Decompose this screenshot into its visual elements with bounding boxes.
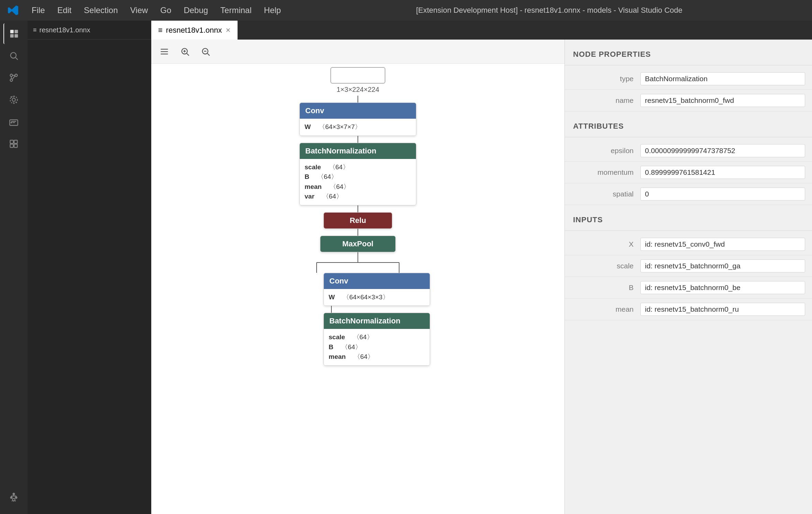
input-node — [330, 67, 385, 84]
zoom-in-button[interactable] — [177, 44, 193, 59]
zoom-out-button[interactable] — [198, 44, 213, 59]
prop-type-label: type — [565, 75, 640, 83]
activity-debug[interactable] — [3, 89, 24, 110]
prop-input-b-value: id: resnetv15_batchnorm0_be — [640, 281, 805, 294]
prop-name-value: resnetv15_batchnorm0_fwd — [640, 94, 805, 107]
node-maxpool1-header: MaxPool — [320, 236, 395, 252]
content-split: 1×3×224×224 Conv W 〈64×3×7×7〉 — [151, 40, 812, 514]
svg-rect-3 — [14, 34, 18, 38]
menu-terminal[interactable]: Terminal — [218, 4, 254, 17]
prop-spatial-label: spatial — [565, 190, 640, 198]
prop-momentum-value: 0.8999999761581421 — [640, 166, 805, 179]
prop-row-type: type BatchNormalization — [565, 68, 812, 90]
node-batchnorm2[interactable]: BatchNormalization scale 〈64〉 B 〈64〉 mea… — [323, 313, 430, 366]
inputs-title: INPUTS — [565, 212, 812, 228]
title-bar: File Edit Selection View Go Debug Termin… — [0, 0, 812, 21]
menu-edit[interactable]: Edit — [55, 4, 74, 17]
menu-file[interactable]: File — [29, 4, 48, 17]
graph-area[interactable]: 1×3×224×224 Conv W 〈64×3×7×7〉 — [151, 40, 564, 514]
svg-line-5 — [15, 57, 18, 60]
toolbar — [151, 40, 564, 64]
prop-row-epsilon: epsilon 0.000009999999747378752 — [565, 140, 812, 162]
svg-rect-25 — [14, 144, 17, 147]
activity-bar — [0, 21, 28, 514]
prop-input-x-label: X — [565, 240, 640, 248]
connector-line-2 — [358, 136, 358, 143]
node-properties-title: NODE PROPERTIES — [565, 46, 812, 62]
activity-search[interactable] — [3, 45, 24, 66]
svg-point-4 — [11, 53, 16, 58]
sidebar-tab-icon: ≡ — [33, 26, 37, 34]
activity-extensions[interactable] — [3, 133, 24, 154]
prop-type-value: BatchNormalization — [640, 72, 805, 85]
prop-input-x-value: id: resnetv15_conv0_fwd — [640, 238, 805, 251]
activity-explorer[interactable] — [3, 23, 24, 44]
prop-row-input-x: X id: resnetv15_conv0_fwd — [565, 234, 812, 255]
prop-spatial-value: 0 — [640, 188, 805, 201]
svg-line-11 — [13, 76, 15, 79]
prop-row-input-scale: scale id: resnetv15_batchnorm0_ga — [565, 255, 812, 277]
prop-row-spatial: spatial 0 — [565, 183, 812, 205]
svg-point-6 — [10, 74, 13, 77]
window-title: [Extension Development Host] - resnet18v… — [292, 6, 806, 15]
node-conv2-header: Conv — [324, 273, 430, 289]
main-layout: ≡ resnet18v1.onnx ≡ resnet18v1.onnx ✕ — [0, 21, 812, 514]
tab-label: resnet18v1.onnx — [166, 26, 222, 35]
svg-rect-1 — [14, 30, 18, 33]
sidebar-content[interactable] — [28, 40, 151, 514]
connector-line-5 — [331, 306, 332, 313]
split-connector — [272, 252, 444, 273]
svg-point-20 — [11, 122, 12, 123]
connector-line-1 — [358, 96, 358, 103]
svg-point-26 — [13, 493, 15, 495]
prop-row-input-mean: mean id: resnetv15_batchnorm0_ru — [565, 299, 812, 320]
prop-momentum-label: momentum — [565, 168, 640, 176]
svg-point-12 — [12, 98, 15, 101]
prop-name-label: name — [565, 96, 640, 105]
list-view-button[interactable] — [157, 44, 172, 59]
node-maxpool1[interactable]: MaxPool — [320, 236, 396, 252]
prop-epsilon-value: 0.000009999999747378752 — [640, 144, 805, 157]
svg-point-28 — [11, 497, 12, 499]
node-conv2[interactable]: Conv W 〈64×64×3×3〉 — [323, 273, 430, 306]
prop-row-name: name resnetv15_batchnorm0_fwd — [565, 90, 812, 111]
menu-go[interactable]: Go — [157, 4, 174, 17]
node-batchnorm1[interactable]: BatchNormalization scale 〈64〉 B 〈64〉 mea… — [299, 143, 416, 205]
svg-rect-0 — [10, 30, 14, 33]
menu-help[interactable]: Help — [261, 4, 284, 17]
editor-tab-active[interactable]: ≡ resnet18v1.onnx ✕ — [151, 21, 238, 40]
svg-line-45 — [207, 53, 209, 55]
tab-bar: ≡ resnet18v1.onnx ✕ — [151, 21, 812, 40]
prop-row-input-b: B id: resnetv15_batchnorm0_be — [565, 277, 812, 299]
connector-line-4 — [358, 229, 358, 236]
spacer-2 — [565, 205, 812, 212]
vscode-logo — [6, 3, 21, 18]
activity-scm[interactable] — [3, 67, 24, 88]
activity-tree[interactable] — [3, 486, 24, 507]
menu-view[interactable]: View — [128, 4, 151, 17]
menu-bar: File Edit Selection View Go Debug Termin… — [29, 4, 284, 17]
prop-input-scale-label: scale — [565, 262, 640, 270]
svg-rect-2 — [10, 34, 14, 38]
svg-rect-22 — [10, 140, 13, 143]
dim-label: 1×3×224×224 — [337, 84, 379, 96]
connector-conv2-bn2 — [272, 306, 444, 313]
divider-3 — [565, 231, 812, 231]
svg-rect-24 — [10, 144, 13, 147]
activity-remote[interactable] — [3, 111, 24, 132]
node-conv1[interactable]: Conv W 〈64×3×7×7〉 — [299, 103, 416, 136]
node-relu1[interactable]: Relu — [323, 212, 392, 229]
node-relu1-header: Relu — [324, 213, 392, 228]
menu-selection[interactable]: Selection — [81, 4, 121, 17]
divider-1 — [565, 65, 812, 65]
tab-close-button[interactable]: ✕ — [226, 26, 231, 34]
svg-line-34 — [12, 501, 12, 501]
graph-canvas: 1×3×224×224 Conv W 〈64×3×7×7〉 — [151, 64, 564, 366]
sidebar-tab-label: resnet18v1.onnx — [40, 26, 90, 34]
node-batchnorm2-header: BatchNormalization — [324, 313, 430, 329]
node-batchnorm1-header: BatchNormalization — [300, 143, 416, 159]
menu-debug[interactable]: Debug — [181, 4, 211, 17]
properties-panel: NODE PROPERTIES type BatchNormalization … — [564, 40, 812, 514]
node-batchnorm1-body: scale 〈64〉 B 〈64〉 mean 〈64〉 var 〈64〉 — [300, 159, 416, 205]
svg-line-41 — [187, 53, 189, 55]
